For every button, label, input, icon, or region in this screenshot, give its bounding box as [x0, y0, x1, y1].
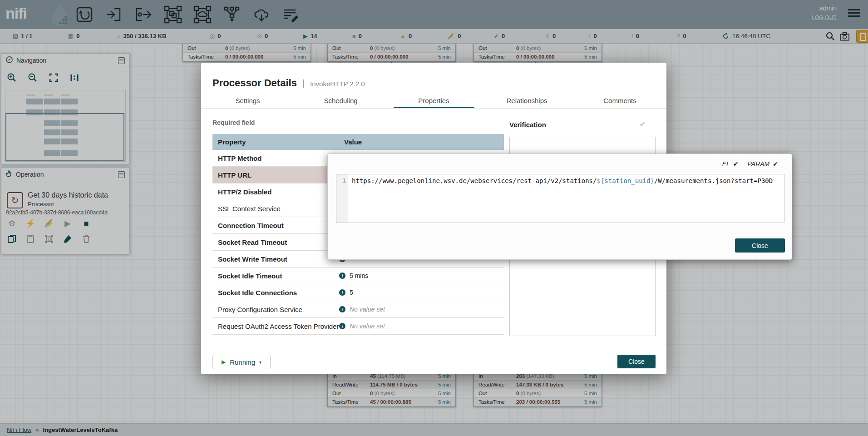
property-row-proxy-configuration-service[interactable]: Proxy Configuration ServiceiNo value set: [212, 301, 504, 318]
dialog-title-separator: |: [302, 78, 305, 89]
dialog-title: Processor Details: [212, 77, 297, 89]
url-segment-brace: }: [650, 177, 654, 184]
info-icon[interactable]: i: [339, 306, 345, 312]
verification-label: Verification: [509, 121, 546, 129]
dialog-tabs: SettingsSchedulingPropertiesRelationship…: [201, 93, 666, 108]
property-row[interactable]: i: [212, 335, 504, 337]
property-name: HTTP URL: [218, 167, 252, 183]
run-state-label: Running: [230, 358, 255, 366]
property-row-socket-idle-connections[interactable]: Socket Idle Connectionsi5: [212, 284, 504, 301]
url-segment-variable: station_uuid: [604, 177, 650, 184]
property-value[interactable]: No value set: [350, 318, 385, 334]
info-icon[interactable]: i: [339, 272, 345, 279]
editor-close-button[interactable]: Close: [735, 238, 785, 253]
running-play-icon: ▶: [222, 359, 226, 365]
editor-code-line[interactable]: https://www.pegelonline.wsv.de/webservic…: [348, 174, 784, 223]
property-name: Proxy Configuration Service: [218, 301, 302, 317]
run-state-dropdown[interactable]: ▶ Running ▾: [212, 355, 271, 369]
chevron-down-icon: ▾: [259, 360, 261, 365]
el-supported-badge: EL✔: [722, 160, 739, 168]
property-name: HTTP/2 Disabled: [218, 183, 271, 200]
tab-comments[interactable]: Comments: [573, 93, 666, 108]
param-check-icon: ✔: [773, 160, 778, 168]
property-name: HTTP Method: [218, 150, 261, 166]
info-icon[interactable]: i: [339, 323, 345, 329]
property-value[interactable]: 5 mins: [350, 268, 368, 284]
property-row-socket-idle-timeout[interactable]: Socket Idle Timeouti5 mins: [212, 268, 504, 284]
property-name: Connection Timeout: [218, 217, 284, 233]
tabs-divider: [201, 108, 666, 109]
property-name: Socket Idle Timeout: [218, 268, 282, 284]
required-field-label: Required field: [212, 119, 255, 126]
tab-relationships[interactable]: Relationships: [480, 93, 573, 108]
property-row-request-oauth2-access-token-provider[interactable]: Request OAuth2 Access Token ProvideriNo …: [212, 318, 504, 335]
verification-check-icon: ✔: [640, 120, 646, 129]
url-segment-plain: https://www.pegelonline.wsv.de/webservic…: [352, 177, 597, 184]
property-name: Socket Idle Connections: [218, 284, 297, 301]
property-value[interactable]: No value set: [350, 301, 385, 317]
property-name: SSL Context Service: [218, 200, 281, 217]
dialog-close-button[interactable]: Close: [617, 355, 656, 368]
dialog-subtitle: InvokeHTTP 2.2.0: [310, 80, 365, 88]
tab-scheduling[interactable]: Scheduling: [294, 93, 387, 108]
tab-properties[interactable]: Properties: [387, 93, 480, 108]
editor-line-number: 1: [336, 174, 348, 223]
property-value[interactable]: 5: [350, 284, 353, 301]
value-column-header: Value: [344, 138, 362, 146]
property-column-header: Property: [212, 138, 344, 146]
property-name: Request OAuth2 Access Token Provider: [218, 318, 337, 334]
value-editor-popup: EL✔ PARAM✔ 1 https://www.pegelonline.wsv…: [327, 154, 792, 260]
el-check-icon: ✔: [733, 160, 739, 168]
url-segment-brace: ${: [597, 177, 604, 184]
info-icon[interactable]: i: [339, 289, 345, 296]
property-value-editor[interactable]: 1 https://www.pegelonline.wsv.de/webserv…: [336, 174, 784, 223]
tab-settings[interactable]: Settings: [201, 93, 294, 108]
param-supported-badge: PARAM✔: [748, 160, 778, 168]
url-segment-plain: /W/measurements.json?start=P30D: [654, 177, 773, 184]
property-name: Socket Read Timeout: [218, 234, 287, 250]
property-name: Socket Write Timeout: [218, 251, 287, 267]
